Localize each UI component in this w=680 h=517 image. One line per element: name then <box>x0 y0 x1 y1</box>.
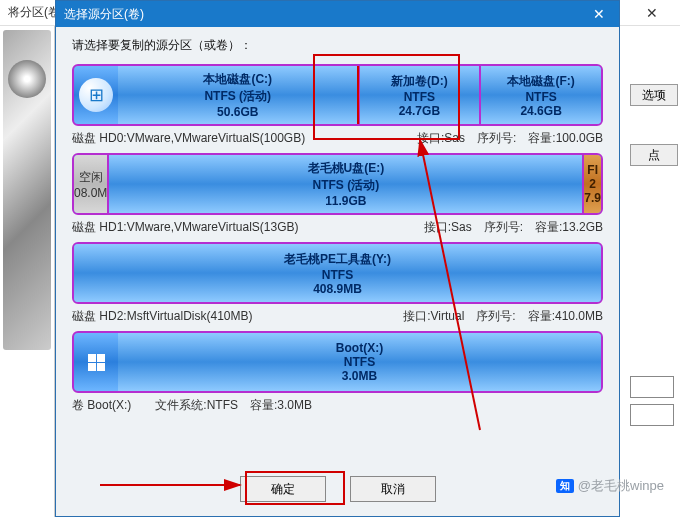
disk-info-left: 磁盘 HD0:VMware,VMwareVirtualS(100GB) <box>72 130 417 147</box>
dialog-button-row: 确定 取消 <box>56 476 619 502</box>
partition-size: 3.0MB <box>342 369 377 383</box>
windows-10-icon <box>74 333 118 391</box>
hdd-image <box>3 30 51 350</box>
disk-info-row: 磁盘 HD0:VMware,VMwareVirtualS(100GB)接口:Sa… <box>72 130 603 147</box>
partition-name: 本地磁盘(C:) <box>203 71 272 88</box>
selection-outline <box>357 64 483 126</box>
disk-info-row: 磁盘 HD1:VMware,VMwareVirtualS(13GB)接口:Sas… <box>72 219 603 236</box>
bg-point-button[interactable]: 点 <box>630 144 678 166</box>
watermark: 知 @老毛桃winpe <box>556 477 664 495</box>
partition[interactable]: Boot(X:)NTFS3.0MB <box>118 333 601 391</box>
disk-partition-bar: Boot(X:)NTFS3.0MB <box>72 331 603 393</box>
partition-fs: 2 <box>589 177 596 191</box>
disk-info-left: 卷 Boot(X:) 文件系统:NTFS 容量:3.0MB <box>72 397 603 414</box>
bg-title: 将分区(卷 <box>8 4 60 21</box>
disk-info-right: 接口:Sas 序列号: 容量:13.2GB <box>424 219 603 236</box>
ok-button[interactable]: 确定 <box>240 476 326 502</box>
bg-sidebar <box>0 26 55 517</box>
partition-name: 本地磁盘(F:) <box>507 73 574 90</box>
dialog-prompt: 请选择要复制的源分区（或卷）： <box>72 37 603 54</box>
partition-size: 408.9MB <box>313 282 362 296</box>
bg-right-controls: 选项 点 <box>630 60 680 432</box>
partition[interactable]: FI27.9 <box>582 155 601 213</box>
partition[interactable]: 本地磁盘(C:)NTFS (活动)50.6GB <box>118 66 358 124</box>
partition-fs: NTFS (活动) <box>204 88 271 105</box>
disk-info-right: 接口:Sas 序列号: 容量:100.0GB <box>417 130 603 147</box>
dialog-titlebar: 选择源分区(卷) ✕ <box>56 1 619 27</box>
disk-info-left: 磁盘 HD1:VMware,VMwareVirtualS(13GB) <box>72 219 424 236</box>
zhihu-logo-icon: 知 <box>556 479 574 493</box>
select-source-partition-dialog: 选择源分区(卷) ✕ 请选择要复制的源分区（或卷）： ⊞本地磁盘(C:)NTFS… <box>55 0 620 517</box>
bg-options-button[interactable]: 选项 <box>630 84 678 106</box>
dialog-close-button[interactable]: ✕ <box>579 1 619 27</box>
partition-size: 50.6GB <box>217 105 258 119</box>
bg-field-1[interactable] <box>630 376 674 398</box>
disk-info-right: 接口:Virtual 序列号: 容量:410.0MB <box>403 308 603 325</box>
disk-partition-bar: ⊞本地磁盘(C:)NTFS (活动)50.6GB新加卷(D:)NTFS24.7G… <box>72 64 603 126</box>
partition[interactable]: 老毛桃U盘(E:)NTFS (活动)11.9GB <box>107 155 582 213</box>
disk-partition-bar: 空闲08.0M老毛桃U盘(E:)NTFS (活动)11.9GBFI27.9 <box>72 153 603 215</box>
partition[interactable]: 老毛桃PE工具盘(Y:)NTFS408.9MB <box>74 244 601 302</box>
partition-size: 7.9 <box>584 191 601 205</box>
partition[interactable]: 空闲08.0M <box>74 155 107 213</box>
partition-name: FI <box>587 163 598 177</box>
partition-size: 24.6GB <box>520 104 561 118</box>
partition-size: 08.0M <box>74 186 107 200</box>
disk-info-row: 磁盘 HD2:MsftVirtualDisk(410MB)接口:Virtual … <box>72 308 603 325</box>
partition-name: 老毛桃PE工具盘(Y:) <box>284 251 391 268</box>
partition-fs: NTFS <box>525 90 556 104</box>
disk-block: Boot(X:)NTFS3.0MB卷 Boot(X:) 文件系统:NTFS 容量… <box>72 331 603 414</box>
disk-block: 老毛桃PE工具盘(Y:)NTFS408.9MB磁盘 HD2:MsftVirtua… <box>72 242 603 325</box>
partition-name: Boot(X:) <box>336 341 383 355</box>
watermark-text: @老毛桃winpe <box>578 477 664 495</box>
partition[interactable]: 本地磁盘(F:)NTFS24.6GB <box>479 66 601 124</box>
bg-close-icon[interactable]: ✕ <box>632 0 672 26</box>
partition-size: 11.9GB <box>325 194 366 208</box>
partition-fs: NTFS <box>322 268 353 282</box>
disk-info-left: 磁盘 HD2:MsftVirtualDisk(410MB) <box>72 308 403 325</box>
cancel-button[interactable]: 取消 <box>350 476 436 502</box>
disk-block: 空闲08.0M老毛桃U盘(E:)NTFS (活动)11.9GBFI27.9磁盘 … <box>72 153 603 236</box>
partition-name: 老毛桃U盘(E:) <box>308 160 385 177</box>
partition-fs: NTFS (活动) <box>313 177 380 194</box>
windows-7-icon: ⊞ <box>74 66 118 124</box>
partition-fs: NTFS <box>344 355 375 369</box>
disk-partition-bar: 老毛桃PE工具盘(Y:)NTFS408.9MB <box>72 242 603 304</box>
dialog-title: 选择源分区(卷) <box>64 6 144 23</box>
partition-name: 空闲 <box>79 169 103 186</box>
disk-info-row: 卷 Boot(X:) 文件系统:NTFS 容量:3.0MB <box>72 397 603 414</box>
disk-list: ⊞本地磁盘(C:)NTFS (活动)50.6GB新加卷(D:)NTFS24.7G… <box>72 64 603 414</box>
partition[interactable]: 新加卷(D:)NTFS24.7GB <box>358 66 480 124</box>
disk-block: ⊞本地磁盘(C:)NTFS (活动)50.6GB新加卷(D:)NTFS24.7G… <box>72 64 603 147</box>
bg-field-2[interactable] <box>630 404 674 426</box>
